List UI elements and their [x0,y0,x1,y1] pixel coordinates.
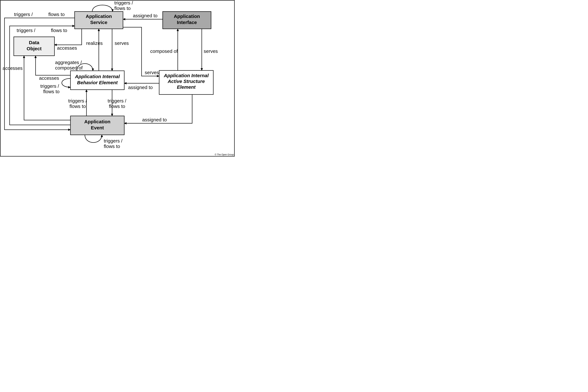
edge-label: flows to [70,104,86,109]
node-label: Event [91,125,104,130]
edge-label: accesses [39,76,59,81]
node-active-structure-element: Application Internal Active Structure El… [159,70,213,94]
edge-label: triggers / [17,28,36,33]
edge-label: aggregates / [55,60,82,65]
node-label: Element [177,84,196,90]
node-label: Application [86,14,112,19]
edge-label: flows to [104,144,120,149]
node-label: Active Structure [168,78,205,84]
edge-label: flows to [43,89,60,94]
edge-label: triggers / [114,0,133,6]
node-label: Service [90,20,108,25]
node-label: Application [174,14,200,19]
edge-label: triggers / [40,84,59,89]
edge-service-self [92,5,112,12]
node-label: Application [84,119,110,124]
edge-label: composed of [150,48,178,54]
edge-label: flows to [109,104,125,109]
edge-label: accesses [57,45,77,50]
node-label: Behavior Element [77,80,118,85]
edge-label: triggers / [104,138,122,144]
edge-label: flows to [51,28,67,33]
node-data-object: Data Object [14,37,54,56]
edge-label: serves [204,48,218,54]
edge-label: serves [145,70,159,75]
diagram-canvas: Application Service Application Interfac… [0,0,235,156]
node-label: Object [26,46,42,51]
edge-label: flows to [48,12,65,17]
edge-label: realizes [86,40,103,46]
edge-label: triggers / [14,12,33,17]
edge-label: flows to [114,6,131,11]
edge-label: triggers / [68,98,87,104]
footer-copyright: © The Open Group [215,153,234,156]
edge-label: serves [115,40,129,46]
edge-label: accesses [2,66,22,71]
node-application-interface: Application Interface [163,12,211,29]
node-label: Interface [177,20,197,25]
node-behavior-element: Application Internal Behavior Element [70,71,124,90]
node-label: Data [29,40,39,45]
edge-label: assigned to [128,85,152,90]
edge-behavior-self-trig [62,78,70,87]
edge-label: triggers / [108,98,126,104]
edge-service-event [4,18,74,130]
node-application-service: Application Service [74,12,123,29]
edge-label: composed of [55,65,83,70]
node-label: Application Internal [164,73,209,78]
edge-label: assigned to [133,13,158,18]
node-application-event: Application Event [70,116,124,135]
edge-event-self [85,135,102,142]
node-label: Application Internal [75,74,120,79]
edge-label: assigned to [142,117,167,122]
